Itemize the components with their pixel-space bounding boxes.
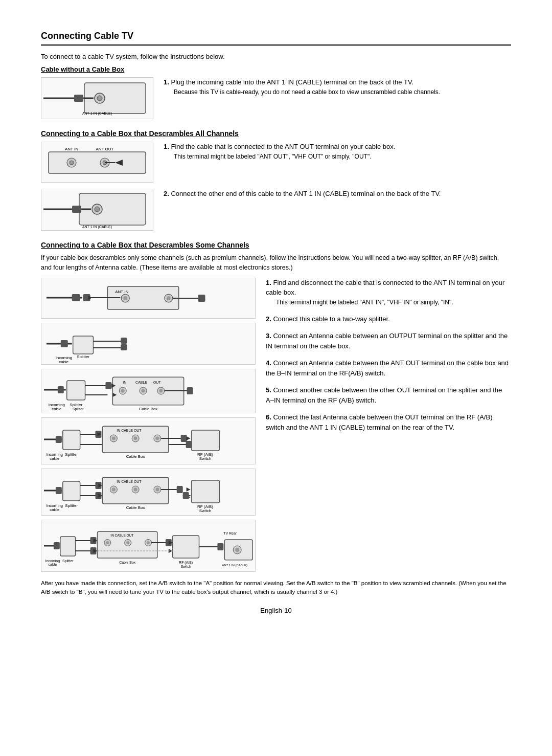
svg-text:Cable Box: Cable Box — [126, 505, 145, 509]
section2-step2-text: 2. Connect the other end of this cable t… — [164, 189, 511, 199]
diagram3-1-svg: ANT IN — [41, 279, 255, 317]
diagram3-3: Splitter Incoming cable IN CABLE OUT — [41, 369, 256, 413]
svg-point-26 — [123, 296, 127, 300]
section2-header: Connecting to a Cable Box that Descrambl… — [41, 129, 511, 138]
section2-step2-num: 2. — [164, 190, 169, 197]
diagram3-3-svg: Splitter Incoming cable IN CABLE OUT — [41, 369, 255, 413]
section2-step1-main: Find the cable that is connected to the … — [171, 143, 395, 150]
intro-text: To connect to a cable TV system, follow … — [41, 53, 511, 60]
svg-rect-95 — [186, 441, 192, 448]
svg-text:OUT: OUT — [153, 381, 161, 384]
svg-text:Switch: Switch — [180, 564, 191, 568]
section2-step1-num: 1. — [164, 143, 169, 150]
section3-step5-num: 5. — [266, 386, 271, 394]
svg-rect-42 — [121, 338, 127, 344]
page-number: English-10 — [41, 607, 511, 614]
footer-text: After you have made this connection, set… — [41, 579, 511, 597]
svg-text:CABLE: CABLE — [135, 381, 147, 384]
section1-step1-text: 1. Plug the incoming cable into the ANT … — [164, 77, 511, 97]
section3-step3-num: 3. — [266, 332, 271, 340]
svg-rect-90 — [192, 430, 220, 451]
svg-rect-35 — [61, 340, 68, 347]
svg-text:IN   CABLE  OUT: IN CABLE OUT — [117, 429, 142, 432]
svg-point-158 — [235, 547, 239, 551]
section1-step1-sub: Because this TV is cable-ready, you do n… — [164, 87, 511, 97]
svg-text:ANT IN: ANT IN — [65, 147, 78, 151]
svg-rect-46 — [67, 381, 85, 400]
section3-step3: 3. Connect an Antenna cable between an O… — [266, 331, 511, 351]
svg-rect-98 — [63, 481, 80, 501]
diagram-tv-back-ant1: ANT 1 IN (CABLE) — [41, 189, 153, 231]
svg-text:ANT OUT: ANT OUT — [96, 147, 114, 151]
diagram3-6-svg: Incoming cable Splitter IN CABLE OUT — [41, 520, 255, 571]
svg-rect-119 — [192, 480, 220, 503]
section3-main-row: ANT IN — [41, 278, 511, 572]
svg-text:Splitter: Splitter — [77, 354, 89, 359]
section3-step2-num: 2. — [266, 315, 271, 323]
svg-point-81 — [112, 436, 116, 440]
svg-text:ANT IN: ANT IN — [115, 290, 128, 294]
svg-rect-43 — [121, 344, 127, 350]
section3-step4: 4. Connect an Antenna cable between the … — [266, 358, 511, 378]
svg-text:Splitter: Splitter — [65, 452, 78, 456]
svg-point-60 — [142, 389, 145, 392]
section3-step1-num: 1. — [266, 279, 271, 286]
svg-point-62 — [159, 389, 163, 392]
section3-step1: 1. Find and disconnect the cable that is… — [266, 278, 511, 307]
svg-text:IN   CABLE  OUT: IN CABLE OUT — [117, 480, 142, 483]
diagram3-5-svg: Incoming cable Splitter IN CABLE OUT — [41, 469, 255, 515]
svg-marker-120 — [187, 487, 191, 492]
section1-step1-main: Plug the incoming cable into the ANT 1 I… — [171, 78, 413, 86]
section2-row2: ANT 1 IN (CABLE) 2. Connect the other en… — [41, 189, 511, 231]
section3-step3-text: Connect an Antenna cable between an OUTP… — [266, 332, 508, 350]
svg-rect-89 — [181, 435, 187, 442]
page-title: Connecting Cable TV — [41, 31, 511, 46]
svg-text:cable: cable — [50, 507, 60, 512]
svg-text:ANT 1 IN (CABLE): ANT 1 IN (CABLE) — [82, 225, 112, 229]
svg-text:Splitter: Splitter — [65, 503, 78, 507]
section3-step2: 2. Connect this cable to a two-way split… — [266, 314, 511, 324]
section3-desc: If your cable box descrambles only some … — [41, 253, 511, 273]
svg-text:cable: cable — [59, 359, 69, 364]
svg-text:Splitter: Splitter — [73, 407, 84, 411]
svg-text:Cable Box: Cable Box — [139, 406, 158, 411]
svg-rect-97 — [56, 487, 62, 494]
svg-text:Splitter: Splitter — [62, 559, 74, 563]
svg-point-85 — [155, 436, 159, 440]
svg-text:TV Rear: TV Rear — [223, 531, 237, 535]
section3-step4-num: 4. — [266, 359, 271, 367]
svg-point-83 — [134, 436, 137, 440]
diagram3-4: Splitter Incoming cable IN CABLE OUT — [41, 417, 256, 464]
diagram-cable-no-box: ANT 1 IN (CABLE) — [41, 77, 153, 119]
svg-text:cable: cable — [50, 456, 60, 460]
section3-step6-text: Connect the last Antenna cable between t… — [266, 413, 492, 431]
diagram-cable-box-back-svg: ANT IN ANT OUT — [43, 144, 151, 180]
section3-step6: 6. Connect the last Antenna cable betwee… — [266, 412, 511, 432]
svg-point-111 — [134, 487, 137, 491]
svg-point-31 — [167, 296, 171, 300]
svg-text:IN  CABLE  OUT: IN CABLE OUT — [110, 533, 133, 537]
section3-steps: 1. Find and disconnect the cable that is… — [266, 278, 511, 440]
section1-step1-num: 1. — [164, 78, 169, 86]
svg-rect-52 — [105, 382, 111, 389]
svg-rect-125 — [183, 492, 189, 499]
section2-step2-main: Connect the other end of this cable to t… — [171, 190, 441, 197]
section2-step1-text: 1. Find the cable that is connected to t… — [164, 142, 511, 161]
svg-text:Splitter: Splitter — [70, 402, 82, 407]
section1-header: Cable without a Cable Box — [41, 65, 511, 73]
svg-text:Switch: Switch — [199, 508, 211, 513]
svg-rect-36 — [73, 336, 94, 354]
section-cable-no-box: Cable without a Cable Box ANT 1 IN (CABL… — [41, 65, 511, 119]
diagram3-1: ANT IN — [41, 278, 256, 319]
svg-rect-149 — [173, 536, 199, 558]
svg-point-113 — [155, 487, 159, 491]
svg-point-141 — [126, 541, 129, 544]
svg-rect-33 — [198, 295, 205, 302]
section-cable-box-some: Connecting to a Cable Box that Descrambl… — [41, 241, 511, 596]
svg-marker-93 — [187, 436, 191, 440]
svg-rect-155 — [217, 543, 223, 550]
svg-point-58 — [121, 389, 125, 392]
svg-rect-70 — [56, 436, 62, 443]
section2-step1-sub: This terminal might be labeled "ANT OUT"… — [164, 152, 511, 161]
section3-step2-text: Connect this cable to a two-way splitter… — [273, 315, 389, 323]
